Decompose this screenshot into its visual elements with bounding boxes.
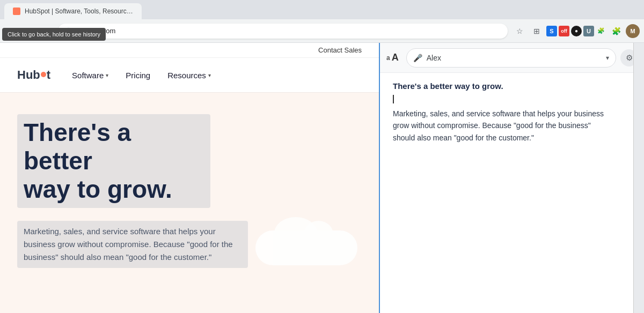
font-small-label: a — [386, 54, 390, 62]
contact-sales-link[interactable]: Contact Sales — [318, 46, 362, 54]
website-area: Contact Sales Hubt Software ▾ Pricing Re… — [0, 43, 379, 313]
browser-chrome: HubSpot | Software, Tools, Resourc… Clic… — [0, 0, 644, 43]
u-extension-icon[interactable]: U — [583, 26, 594, 36]
tab-bar: HubSpot | Software, Tools, Resourc… — [0, 0, 644, 19]
resources-chevron-icon: ▾ — [208, 72, 211, 78]
cloud-decoration — [255, 230, 357, 273]
off-extension-icon[interactable]: off — [559, 26, 569, 36]
ai-panel: a A 🎤 Alex ▾ ⚙ There's a better way to g… — [380, 43, 644, 313]
address-bar[interactable]: 🔒 hubspot.com — [58, 24, 508, 39]
avatar-initial: M — [630, 28, 635, 34]
main-area: Contact Sales Hubt Software ▾ Pricing Re… — [0, 43, 644, 313]
mic-icon: 🎤 — [413, 54, 422, 62]
user-avatar[interactable]: M — [626, 24, 640, 38]
hero-heading: There's a betterway to grow. — [17, 114, 210, 208]
font-size-control[interactable]: a A — [386, 52, 399, 63]
tab-title: HubSpot | Software, Tools, Resourc… — [25, 8, 133, 15]
software-nav-item[interactable]: Software ▾ — [72, 71, 108, 80]
panel-right-edge — [633, 43, 644, 313]
puzzle-extension-icon[interactable]: 🧩 — [596, 26, 606, 36]
ai-extracted-body: Marketing, sales, and service software t… — [393, 108, 608, 144]
logo-t: t — [47, 68, 50, 82]
extensions-button[interactable]: 🧩 — [609, 24, 624, 39]
font-large-label: A — [392, 52, 399, 63]
cloud-shape — [255, 230, 357, 265]
logo-hub: Hub — [17, 68, 40, 82]
software-chevron-icon: ▾ — [106, 72, 108, 78]
active-tab[interactable]: HubSpot | Software, Tools, Resourc… — [4, 3, 142, 19]
tab-favicon — [13, 8, 20, 15]
ai-search-bar[interactable]: 🎤 Alex ▾ — [406, 48, 616, 68]
nav-links: Software ▾ Pricing Resources ▾ — [72, 71, 211, 80]
pricing-label: Pricing — [126, 71, 150, 80]
website-top-bar: Contact Sales — [0, 43, 379, 58]
star-button[interactable]: ☆ — [512, 24, 527, 39]
software-label: Software — [72, 71, 104, 80]
resources-nav-item[interactable]: Resources ▾ — [167, 71, 211, 80]
pricing-nav-item[interactable]: Pricing — [126, 71, 150, 80]
o-extension-icon[interactable]: ● — [571, 26, 582, 36]
s-extension-icon[interactable]: S — [546, 26, 557, 36]
toolbar-icons: ☆ ⊞ S off ● U 🧩 🧩 M — [512, 24, 640, 39]
gear-icon: ⚙ — [626, 53, 633, 63]
hubspot-logo[interactable]: Hubt — [17, 68, 50, 82]
browser-toolbar: Click to go back, hold to see history ← … — [0, 19, 644, 43]
ai-assistant-name: Alex — [427, 54, 441, 62]
ai-content-area: There's a better way to grow. Marketing,… — [380, 73, 644, 313]
hero-section: There's a betterway to grow. Marketing, … — [0, 93, 379, 279]
ai-cursor — [393, 95, 394, 103]
back-tooltip: Click to go back, hold to see history — [2, 28, 106, 41]
screenshot-button[interactable]: ⊞ — [529, 24, 544, 39]
website-nav: Hubt Software ▾ Pricing Resources ▾ — [0, 58, 379, 93]
logo-dot — [41, 72, 46, 77]
ai-extracted-heading: There's a better way to grow. — [393, 81, 631, 91]
resources-label: Resources — [167, 71, 206, 80]
ai-panel-header: a A 🎤 Alex ▾ ⚙ — [380, 43, 644, 73]
extension-icons: S off ● U 🧩 — [546, 26, 606, 36]
dropdown-chevron-icon: ▾ — [606, 54, 609, 62]
hero-subtitle: Marketing, sales, and service software t… — [17, 221, 248, 268]
